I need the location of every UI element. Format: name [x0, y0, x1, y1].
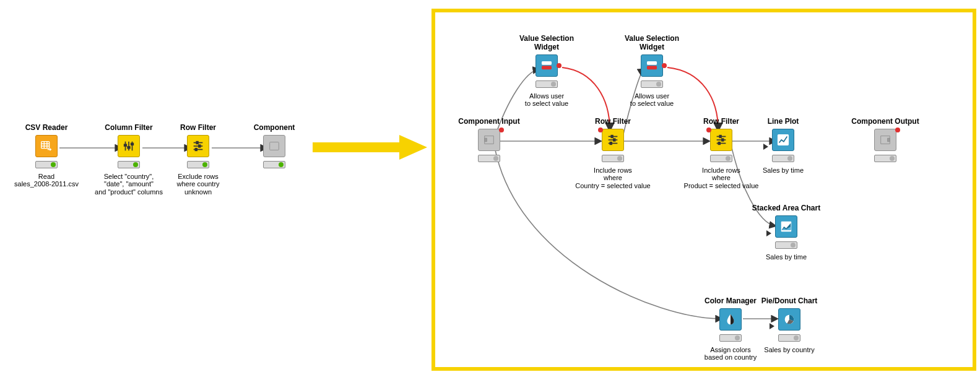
node-subtitle: Read sales_2008-2011.csv: [3, 173, 90, 188]
svg-marker-8: [399, 135, 427, 160]
node-subtitle: Allows user to select value: [609, 92, 695, 108]
node-title: Value Selection Widget: [503, 35, 590, 52]
status-indicator: [778, 334, 800, 342]
row-filter-icon: [602, 129, 624, 151]
svg-rect-19: [131, 143, 134, 145]
node-row-filter-1[interactable]: Row Filter Include rows where Country = …: [563, 118, 662, 190]
svg-rect-35: [614, 139, 615, 141]
svg-rect-28: [542, 66, 552, 69]
node-stacked-area-chart[interactable]: Stacked Area Chart Sales by time: [740, 204, 833, 261]
node-value-selection-widget-1[interactable]: Value Selection Widget Allows user to se…: [503, 35, 590, 108]
status-indicator: [536, 80, 558, 88]
status-indicator: [263, 161, 285, 168]
flow-port-in: [895, 128, 900, 132]
status-indicator: [187, 161, 209, 168]
svg-rect-42: [718, 142, 720, 144]
status-indicator: [710, 155, 732, 162]
node-title: Row Filter: [563, 118, 662, 126]
svg-rect-40: [719, 135, 721, 137]
flow-port-in: [706, 128, 711, 132]
component-input-icon: [478, 129, 500, 151]
pie-chart-icon: [778, 308, 800, 331]
flow-port-out: [557, 63, 562, 68]
node-title: Pie/Donut Chart: [749, 297, 830, 306]
node-title: Line Plot: [743, 118, 823, 126]
node-value-selection-widget-2[interactable]: Value Selection Widget Allows user to se…: [609, 35, 695, 108]
node-subtitle: Exclude rows where country unknown: [155, 173, 241, 196]
component-output-icon: [874, 129, 896, 151]
node-csv-reader[interactable]: CSV Reader Read sales_2008-2011.csv: [3, 124, 90, 188]
node-component-input[interactable]: Component Input: [440, 118, 539, 164]
node-title: Component Input: [440, 118, 539, 126]
row-filter-icon: [187, 135, 209, 157]
line-plot-icon: [772, 129, 794, 151]
status-indicator: [602, 155, 624, 162]
node-row-filter[interactable]: Row Filter Exclude rows where country un…: [155, 124, 241, 196]
node-title: Stacked Area Chart: [740, 204, 833, 213]
svg-rect-29: [648, 61, 657, 64]
flow-port-in: [598, 128, 603, 132]
diagram-canvas: CSV Reader Read sales_2008-2011.csv Colu…: [0, 0, 980, 372]
svg-rect-9: [41, 141, 50, 148]
column-filter-icon: [118, 135, 140, 157]
node-pie-donut-chart[interactable]: Pie/Donut Chart Sales by country: [749, 297, 830, 353]
node-line-plot[interactable]: Line Plot Sales by time: [743, 118, 823, 174]
node-component-output[interactable]: Component Output: [836, 118, 935, 164]
input-port-triangle: [766, 230, 771, 236]
node-subtitle: Sales by time: [740, 253, 833, 261]
node-title: Component: [231, 124, 318, 132]
expand-arrow: [313, 135, 427, 160]
row-filter-icon: [710, 129, 732, 151]
widget-icon: [536, 54, 558, 77]
svg-rect-36: [610, 142, 612, 144]
status-indicator: [641, 80, 663, 88]
node-title: Component Output: [836, 118, 935, 126]
node-subtitle: Sales by country: [749, 346, 830, 354]
status-indicator: [775, 241, 797, 249]
widget-icon: [641, 54, 663, 77]
flow-port-out: [499, 128, 504, 132]
svg-rect-25: [195, 148, 197, 150]
svg-rect-23: [196, 141, 198, 144]
node-subtitle: Sales by time: [743, 167, 823, 175]
status-indicator: [478, 155, 500, 162]
area-chart-icon: [775, 215, 797, 238]
svg-rect-34: [611, 135, 613, 137]
node-title: CSV Reader: [3, 124, 90, 132]
svg-rect-18: [128, 147, 130, 149]
node-component[interactable]: Component: [231, 124, 318, 173]
csv-reader-icon: [35, 135, 58, 157]
svg-rect-24: [199, 145, 201, 147]
svg-rect-17: [124, 144, 127, 146]
node-title: Value Selection Widget: [609, 35, 695, 52]
status-indicator: [719, 334, 742, 342]
status-indicator: [118, 161, 140, 168]
svg-rect-7: [313, 142, 399, 152]
color-manager-icon: [719, 308, 742, 331]
node-subtitle: Include rows where Country = selected va…: [563, 167, 662, 190]
svg-rect-41: [722, 139, 724, 141]
svg-rect-27: [542, 61, 552, 64]
flow-port-out: [662, 63, 667, 68]
component-icon: [263, 135, 285, 157]
node-subtitle: Allows user to select value: [503, 92, 590, 108]
status-indicator: [874, 155, 896, 162]
input-port-triangle: [770, 323, 774, 329]
input-port-triangle: [763, 144, 768, 150]
svg-rect-30: [648, 66, 657, 69]
status-indicator: [35, 161, 58, 168]
svg-rect-26: [270, 142, 279, 150]
node-title: Row Filter: [155, 124, 241, 132]
status-indicator: [772, 155, 794, 162]
